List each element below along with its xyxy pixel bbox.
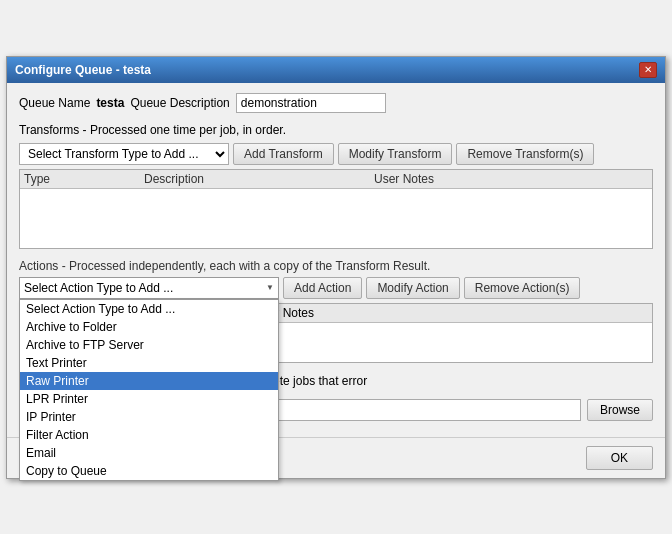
action-item-0[interactable]: Select Action Type to Add ... <box>20 300 278 318</box>
action-type-dropdown-display[interactable]: Select Action Type to Add ... ▼ <box>19 277 279 299</box>
main-content: Queue Name testa Queue Description Trans… <box>7 83 665 431</box>
actions-toolbar: Select Action Type to Add ... ▼ Select A… <box>19 277 653 299</box>
transforms-table-header: Type Description User Notes <box>20 170 652 189</box>
action-type-dropdown-list: Select Action Type to Add ... Archive to… <box>19 299 279 481</box>
transforms-table: Type Description User Notes <box>19 169 653 249</box>
action-item-6[interactable]: IP Printer <box>20 408 278 426</box>
action-item-7[interactable]: Filter Action <box>20 426 278 444</box>
actions-title: Actions - Processed independently, each … <box>19 259 653 273</box>
queue-description-input[interactable] <box>236 93 386 113</box>
ok-button[interactable]: OK <box>586 446 653 470</box>
queue-desc-label: Queue Description <box>130 96 229 110</box>
configure-queue-window: Configure Queue - testa ✕ Queue Name tes… <box>6 56 666 479</box>
remove-transform-button[interactable]: Remove Transform(s) <box>456 143 594 165</box>
transforms-toolbar: Select Transform Type to Add ... Add Tra… <box>19 143 653 165</box>
transform-type-dropdown[interactable]: Select Transform Type to Add ... <box>19 143 229 165</box>
queue-header: Queue Name testa Queue Description <box>19 93 653 113</box>
action-item-8[interactable]: Email <box>20 444 278 462</box>
action-select-wrapper: Select Action Type to Add ... ▼ Select A… <box>19 277 279 299</box>
action-item-2[interactable]: Archive to FTP Server <box>20 336 278 354</box>
title-bar: Configure Queue - testa ✕ <box>7 57 665 83</box>
modify-action-button[interactable]: Modify Action <box>366 277 459 299</box>
desc-col-header: Description <box>144 172 374 186</box>
action-item-4[interactable]: Raw Printer <box>20 372 278 390</box>
type-col-header: Type <box>24 172 144 186</box>
action-item-3[interactable]: Text Printer <box>20 354 278 372</box>
modify-transform-button[interactable]: Modify Transform <box>338 143 453 165</box>
remove-action-button[interactable]: Remove Action(s) <box>464 277 581 299</box>
queue-name-label: Queue Name <box>19 96 90 110</box>
actions-section: Actions - Processed independently, each … <box>19 259 653 363</box>
action-item-9[interactable]: Copy to Queue <box>20 462 278 480</box>
transforms-title: Transforms - Processed one time per job,… <box>19 123 653 137</box>
close-button[interactable]: ✕ <box>639 62 657 78</box>
queue-name-value: testa <box>96 96 124 110</box>
action-item-1[interactable]: Archive to Folder <box>20 318 278 336</box>
dropdown-arrow-icon: ▼ <box>266 283 274 292</box>
action-type-selected-label: Select Action Type to Add ... <box>24 281 173 295</box>
add-transform-button[interactable]: Add Transform <box>233 143 334 165</box>
window-title: Configure Queue - testa <box>15 63 151 77</box>
notes-col-header: User Notes <box>374 172 648 186</box>
action-notes-col-header: User Notes <box>254 306 648 320</box>
add-action-button[interactable]: Add Action <box>283 277 362 299</box>
browse-button[interactable]: Browse <box>587 399 653 421</box>
action-item-5[interactable]: LPR Printer <box>20 390 278 408</box>
